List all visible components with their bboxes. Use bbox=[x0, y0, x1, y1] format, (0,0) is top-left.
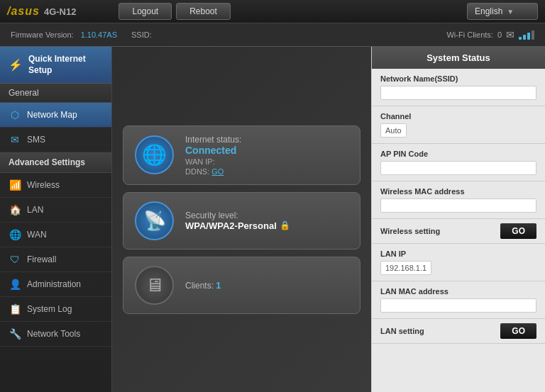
internet-status-info: Internet status: Connected WAN IP: DDNS:… bbox=[185, 135, 348, 176]
ddns-label: DDNS: bbox=[185, 167, 209, 176]
headerbar: Firmware Version: 1.10.47AS SSID: Wi-Fi … bbox=[0, 23, 545, 47]
globe-icon: 🌐 bbox=[142, 143, 167, 167]
network-map-icon: ⬡ bbox=[9, 108, 21, 121]
clients-card: 🖥 Clients: 1 bbox=[123, 257, 360, 314]
sidebar-item-network-tools[interactable]: 🔧 Network Tools bbox=[0, 322, 111, 347]
security-value: WPA/WPA2-Personal 🔒 bbox=[185, 220, 348, 231]
monitor-icon: 🖥 bbox=[145, 274, 164, 296]
wireless-go-button[interactable]: GO bbox=[500, 223, 536, 239]
language-selector[interactable]: English ▼ bbox=[467, 3, 538, 20]
wan-ip-label: WAN IP: bbox=[185, 157, 215, 166]
mail-icon: ✉ bbox=[506, 29, 514, 40]
signal-bar-3 bbox=[527, 33, 530, 40]
wireless-setting-row: Wireless setting GO bbox=[372, 219, 545, 244]
internet-status-label: Internet status: bbox=[185, 135, 348, 145]
topbar-buttons: Logout Reboot bbox=[119, 3, 230, 20]
wireless-setting-label: Wireless setting bbox=[380, 227, 440, 235]
ap-pin-label: AP PIN Code bbox=[380, 150, 536, 158]
system-log-icon: 📋 bbox=[9, 303, 21, 315]
sms-icon: ✉ bbox=[9, 133, 21, 146]
firmware-version[interactable]: 1.10.47AS bbox=[81, 30, 117, 39]
ddns-detail: DDNS: GO bbox=[185, 167, 348, 176]
security-card: 📡 Security level: WPA/WPA2-Personal 🔒 bbox=[123, 192, 360, 250]
security-label: Security level: bbox=[185, 211, 348, 220]
clients-info: Clients: 1 bbox=[185, 280, 348, 291]
signal-strength-icon bbox=[519, 30, 534, 40]
sidebar-item-sms[interactable]: ✉ SMS bbox=[0, 128, 111, 152]
sidebar-item-wan[interactable]: 🌐 WAN bbox=[0, 223, 111, 247]
sidebar-item-network-map[interactable]: ⬡ Network Map bbox=[0, 103, 111, 128]
ap-pin-input[interactable] bbox=[380, 161, 536, 175]
firmware-label: Firmware Version: bbox=[11, 30, 74, 39]
ssid-label: SSID: bbox=[131, 30, 152, 39]
map-container: 🌐 Internet status: Connected WAN IP: DDN… bbox=[123, 125, 360, 314]
wifi-clients-label: Wi-Fi Clients: bbox=[446, 30, 492, 39]
sidebar-item-administration[interactable]: 👤 Administration bbox=[0, 272, 111, 297]
lock-icon: 🔒 bbox=[280, 220, 290, 230]
firewall-icon: 🛡 bbox=[9, 253, 21, 266]
lan-icon: 🏠 bbox=[9, 203, 21, 216]
chevron-down-icon: ▼ bbox=[507, 8, 514, 16]
lan-setting-row: LAN setting GO bbox=[372, 319, 545, 344]
sidebar-item-firewall[interactable]: 🛡 Firewall bbox=[0, 247, 111, 272]
ap-pin-section: AP PIN Code bbox=[372, 144, 545, 181]
internet-status-card: 🌐 Internet status: Connected WAN IP: DDN… bbox=[123, 125, 360, 185]
internet-status-value: Connected bbox=[185, 145, 348, 156]
language-label: English bbox=[475, 6, 502, 16]
system-status-panel: System Status Network Name(SSID) Channel… bbox=[371, 47, 545, 392]
clients-label: Clients: bbox=[185, 281, 214, 291]
lan-mac-section: LAN MAC address bbox=[372, 281, 545, 319]
monitor-icon-wrap: 🖥 bbox=[135, 266, 174, 305]
quick-setup-icon: ⚡ bbox=[9, 58, 23, 72]
channel-value: Auto bbox=[380, 123, 407, 138]
ddns-go-link[interactable]: GO bbox=[211, 167, 224, 176]
model-name: 4G-N12 bbox=[44, 6, 77, 17]
main-layout: ⚡ Quick InternetSetup General ⬡ Network … bbox=[0, 47, 545, 392]
lan-ip-section: LAN IP 192.168.1.1 bbox=[372, 244, 545, 281]
clients-count: 1 bbox=[216, 280, 221, 291]
sidebar: ⚡ Quick InternetSetup General ⬡ Network … bbox=[0, 47, 112, 392]
signal-bar-4 bbox=[532, 30, 534, 40]
wireless-mac-input[interactable] bbox=[380, 198, 536, 213]
quick-setup-label: Quick InternetSetup bbox=[28, 54, 86, 76]
wan-ip-detail: WAN IP: bbox=[185, 157, 348, 166]
wifi-clients: Wi-Fi Clients: 0 ✉ bbox=[446, 29, 534, 40]
sidebar-item-system-log[interactable]: 📋 System Log bbox=[0, 297, 111, 322]
ssid-input[interactable] bbox=[380, 86, 536, 100]
globe-icon-wrap: 🌐 bbox=[135, 135, 174, 174]
sidebar-section-general[interactable]: General bbox=[0, 84, 111, 103]
lan-ip-label: LAN IP bbox=[380, 250, 536, 258]
administration-icon: 👤 bbox=[9, 278, 21, 291]
network-tools-icon: 🔧 bbox=[9, 327, 21, 340]
lan-ip-value: 192.168.1.1 bbox=[380, 261, 431, 275]
system-status-header: System Status bbox=[372, 47, 545, 69]
lan-setting-label: LAN setting bbox=[380, 327, 424, 335]
channel-section: Channel Auto bbox=[372, 106, 545, 144]
wireless-mac-label: Wireless MAC address bbox=[380, 187, 536, 196]
router-icon: 📡 bbox=[143, 210, 166, 232]
signal-bar-1 bbox=[519, 37, 522, 40]
sidebar-item-wireless[interactable]: 📶 Wireless bbox=[0, 173, 111, 198]
reboot-button[interactable]: Reboot bbox=[176, 3, 231, 20]
wifi-clients-count: 0 bbox=[497, 30, 502, 39]
logout-button[interactable]: Logout bbox=[119, 3, 172, 20]
router-icon-wrap: 📡 bbox=[135, 201, 174, 240]
lan-mac-label: LAN MAC address bbox=[380, 287, 536, 296]
security-info: Security level: WPA/WPA2-Personal 🔒 bbox=[185, 211, 348, 231]
lan-go-button[interactable]: GO bbox=[500, 323, 536, 339]
logo: /asus 4G-N12 bbox=[7, 5, 76, 18]
sidebar-item-quick-setup[interactable]: ⚡ Quick InternetSetup bbox=[0, 47, 111, 84]
sidebar-section-advanced-settings: Advanced Settings bbox=[0, 152, 111, 173]
ssid-section: Network Name(SSID) bbox=[372, 69, 545, 106]
ssid-field-label: Network Name(SSID) bbox=[380, 74, 536, 83]
signal-bar-2 bbox=[523, 35, 526, 40]
asus-logo: /asus bbox=[7, 5, 40, 18]
network-map-panel: SetupRouter 🌐 Internet status: Connected… bbox=[112, 47, 371, 392]
sidebar-item-lan[interactable]: 🏠 LAN bbox=[0, 198, 111, 223]
channel-field-label: Channel bbox=[380, 112, 536, 121]
wan-icon: 🌐 bbox=[9, 228, 21, 241]
lan-mac-input[interactable] bbox=[380, 298, 536, 313]
content-area: SetupRouter 🌐 Internet status: Connected… bbox=[112, 47, 371, 392]
wireless-mac-section: Wireless MAC address bbox=[372, 181, 545, 219]
wireless-icon: 📶 bbox=[9, 179, 21, 191]
